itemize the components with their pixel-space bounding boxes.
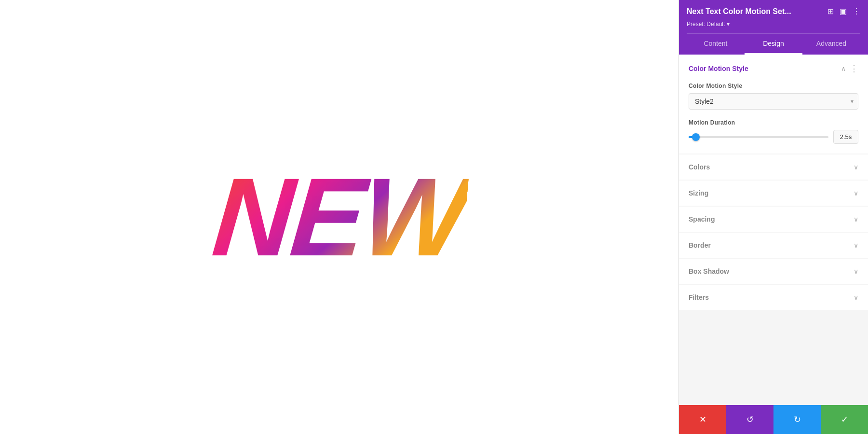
save-button[interactable]: ✓ bbox=[821, 405, 868, 434]
border-title: Border bbox=[689, 241, 711, 249]
style-select-wrapper: Style2 Style1 Style3 ▾ bbox=[689, 93, 858, 110]
box-shadow-section-header[interactable]: Box Shadow ∨ bbox=[679, 259, 868, 284]
layout-icon[interactable]: ▣ bbox=[840, 7, 847, 16]
canvas-text: NEW bbox=[209, 162, 470, 273]
border-section-header[interactable]: Border ∨ bbox=[679, 233, 868, 258]
filters-section-header[interactable]: Filters ∨ bbox=[679, 285, 868, 310]
cancel-icon: ✕ bbox=[699, 414, 706, 425]
colors-section-header[interactable]: Colors ∨ bbox=[679, 154, 868, 180]
colors-chevron: ∨ bbox=[854, 163, 858, 171]
spacing-title: Spacing bbox=[689, 215, 715, 223]
spacing-section: Spacing ∨ bbox=[679, 207, 868, 232]
border-chevron: ∨ bbox=[854, 241, 858, 249]
color-motion-chevron-up[interactable]: ∧ bbox=[841, 65, 846, 72]
spacing-chevron: ∨ bbox=[854, 215, 858, 223]
color-motion-style-header[interactable]: Color Motion Style ∧ ⋮ bbox=[679, 55, 868, 81]
colors-section: Colors ∨ bbox=[679, 154, 868, 180]
border-section: Border ∨ bbox=[679, 233, 868, 258]
sizing-section: Sizing ∨ bbox=[679, 181, 868, 206]
filters-section: Filters ∨ bbox=[679, 285, 868, 310]
color-motion-menu-icon[interactable]: ⋮ bbox=[850, 63, 858, 74]
panel-footer: ✕ ↺ ↻ ✓ bbox=[679, 405, 868, 434]
tab-design[interactable]: Design bbox=[745, 34, 802, 55]
redo-icon: ↻ bbox=[794, 414, 801, 425]
more-icon[interactable]: ⋮ bbox=[853, 7, 860, 16]
style-field-label: Color Motion Style bbox=[689, 83, 858, 89]
colors-title: Colors bbox=[689, 163, 710, 171]
style-select[interactable]: Style2 Style1 Style3 bbox=[689, 93, 858, 110]
panel-preset[interactable]: Preset: Default bbox=[687, 21, 860, 28]
undo-button[interactable]: ↺ bbox=[726, 405, 773, 434]
section-header-actions: ∧ ⋮ bbox=[841, 63, 858, 74]
color-motion-style-content: Color Motion Style Style2 Style1 Style3 … bbox=[679, 81, 868, 154]
maximize-icon[interactable]: ⊞ bbox=[827, 7, 834, 16]
duration-value[interactable]: 2.5s bbox=[833, 130, 858, 144]
duration-field-label: Motion Duration bbox=[689, 119, 858, 126]
tab-advanced[interactable]: Advanced bbox=[802, 34, 860, 55]
slider-thumb[interactable] bbox=[692, 133, 700, 141]
box-shadow-section: Box Shadow ∨ bbox=[679, 259, 868, 284]
sizing-chevron: ∨ bbox=[854, 189, 858, 197]
duration-slider-row: 2.5s bbox=[689, 130, 858, 144]
panel-header-icons: ⊞ ▣ ⋮ bbox=[827, 7, 860, 16]
save-icon: ✓ bbox=[841, 414, 848, 425]
box-shadow-title: Box Shadow bbox=[689, 267, 729, 275]
panel-title: Next Text Color Motion Set... bbox=[687, 7, 827, 16]
sizing-section-header[interactable]: Sizing ∨ bbox=[679, 181, 868, 206]
filters-title: Filters bbox=[689, 294, 709, 301]
duration-slider-track[interactable] bbox=[689, 136, 828, 138]
redo-button[interactable]: ↻ bbox=[773, 405, 821, 434]
spacing-section-header[interactable]: Spacing ∨ bbox=[679, 207, 868, 232]
panel-tabs: Content Design Advanced bbox=[687, 33, 860, 55]
cancel-button[interactable]: ✕ bbox=[679, 405, 726, 434]
filters-chevron: ∨ bbox=[854, 294, 858, 301]
color-motion-style-title: Color Motion Style bbox=[689, 65, 748, 72]
settings-panel: Next Text Color Motion Set... ⊞ ▣ ⋮ Pres… bbox=[678, 0, 868, 434]
panel-header: Next Text Color Motion Set... ⊞ ▣ ⋮ Pres… bbox=[679, 0, 868, 55]
sizing-title: Sizing bbox=[689, 189, 708, 197]
panel-header-top: Next Text Color Motion Set... ⊞ ▣ ⋮ bbox=[687, 7, 860, 16]
canvas: NEW bbox=[0, 0, 678, 434]
undo-icon: ↺ bbox=[746, 414, 754, 425]
color-motion-style-section: Color Motion Style ∧ ⋮ Color Motion Styl… bbox=[679, 55, 868, 154]
panel-body: Color Motion Style ∧ ⋮ Color Motion Styl… bbox=[679, 55, 868, 405]
tab-content[interactable]: Content bbox=[687, 34, 745, 55]
box-shadow-chevron: ∨ bbox=[854, 267, 858, 275]
